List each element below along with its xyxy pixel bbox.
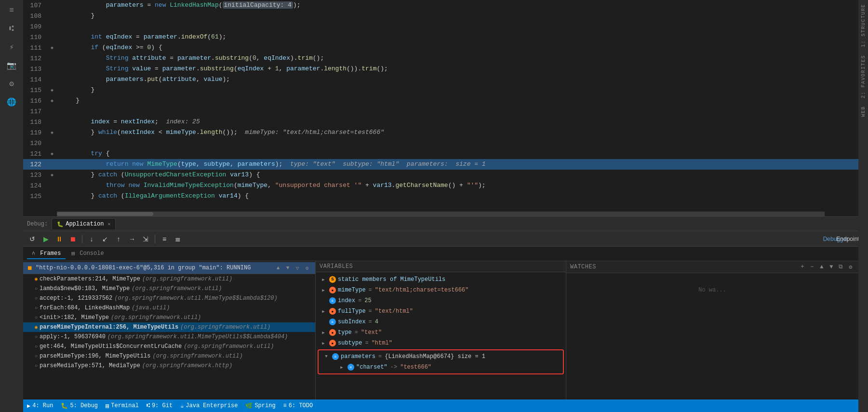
btn-step-over[interactable]: ↓ (86, 234, 97, 244)
var-name-subindex: subIndex (338, 319, 366, 325)
frame-item-0[interactable]: ◉ checkParameters:214, MimeType (org.spr… (23, 274, 315, 284)
line-num-107: 107 (23, 2, 47, 9)
debug-tab-close[interactable]: ✕ (107, 221, 110, 227)
btn-threads[interactable]: ≣ (173, 234, 183, 244)
frame-pkg-3: (java.util) (132, 305, 170, 311)
btn-pause[interactable]: ⏸ (54, 234, 65, 244)
line-num-122: 122 (23, 161, 47, 168)
var-fulltype[interactable]: ▶ ● fullType = "text/html" (316, 306, 566, 317)
var-mimetype[interactable]: ▶ ● mimeType = "text/html;charset=test66… (316, 285, 566, 295)
watch-up-btn[interactable]: ▲ (818, 263, 826, 271)
line-content-107: parameters = new LinkedHashMap(initialCa… (57, 0, 858, 11)
var-index[interactable]: ▶ ≡ index = 25 (316, 295, 566, 306)
frame-item-5[interactable]: ◉ parseMimeTypeInternal:256, MimeTypeUti… (23, 322, 315, 332)
var-expand-fulltype[interactable]: ▶ (320, 307, 327, 315)
variables-panel: Variables ▶ S static members of MimeType… (316, 261, 566, 399)
var-charset[interactable]: ▶ ≡ "charset" -> "test666" (319, 362, 563, 372)
status-git[interactable]: ⑆ 9: Git (147, 402, 173, 409)
var-icon-type: ● (329, 329, 336, 336)
line-num-125: 125 (23, 193, 47, 200)
btn-run-cursor[interactable]: → (127, 234, 137, 244)
frame-icon-4: ○ (35, 315, 38, 320)
thread-ctrl-down[interactable]: ▼ (283, 264, 292, 272)
frame-item-1[interactable]: ○ lambda$new$0:183, MimeType (org.spring… (23, 284, 315, 293)
var-parameters[interactable]: ▼ ≡ parameters = {LinkedHashMap@6674} si… (319, 351, 563, 362)
code-line-108: 108 } (23, 11, 858, 21)
line-num-121: 121 (23, 150, 47, 158)
frame-item-2[interactable]: ○ accept:-1, 1219337562 (org.springframe… (23, 293, 315, 303)
watch-remove-btn[interactable]: − (808, 263, 816, 271)
frame-pkg-2: (org.springframework.util.MimeType$$Lamb… (114, 295, 277, 302)
var-expand-mimetype[interactable]: ▶ (320, 286, 327, 294)
var-expand-type[interactable]: ▶ (320, 329, 327, 336)
git-icon: ⑆ (147, 402, 150, 409)
frame-item-7[interactable]: ○ get:464, MimeTypeUtils$ConcurrentLruCa… (23, 342, 315, 351)
tab-console[interactable]: ▤ Console (67, 249, 108, 259)
line-num-109: 109 (23, 23, 47, 30)
line-content-110: int eqIndex = parameter.indexOf(61); (57, 32, 858, 42)
thread-ctrl-filter[interactable]: ▽ (293, 264, 302, 272)
console-icon: ▤ (71, 251, 75, 256)
watch-settings-btn[interactable]: ⚙ (847, 263, 855, 271)
status-spring[interactable]: 🌿 Spring (245, 402, 275, 410)
frame-item-4[interactable]: ○ <init>:182, MimeType (org.springframew… (23, 313, 315, 322)
sidebar-icon-bookmark[interactable]: ⑆ (3, 20, 20, 38)
status-java[interactable]: ☕ Java Enterprise (180, 402, 238, 410)
btn-eval[interactable]: ⇲ (140, 234, 151, 244)
btn-endpoints-tab[interactable]: Endpoints (844, 234, 855, 244)
tab-frames[interactable]: ⑃ Frames (27, 249, 66, 259)
frame-item-9[interactable]: ○ parseMediaType:571, MediaType (org.spr… (23, 361, 315, 371)
code-line-115: 115 ◈ } (23, 85, 858, 95)
btn-frames[interactable]: ≡ (159, 234, 170, 244)
debug-tab-application[interactable]: 🐛 Application ✕ (52, 218, 116, 229)
watch-down-btn[interactable]: ▼ (828, 263, 835, 271)
frame-item-6[interactable]: ○ apply:-1, 596376940 (org.springframewo… (23, 332, 315, 342)
var-icon-mimetype: ● (329, 287, 336, 293)
var-expand-charset[interactable]: ▶ (338, 363, 346, 371)
watch-copy-btn[interactable]: ⧉ (837, 263, 845, 271)
frame-main-8: parseMimeType:196, MimeTypeUtils (40, 353, 150, 359)
status-bar: ▶ 4: Run 🐛 5: Debug ▤ Terminal ⑆ 9: Git … (23, 399, 858, 412)
frame-pkg-0: (org.springframework.util) (142, 276, 232, 282)
sidebar-icon-web[interactable]: 🌐 (3, 93, 20, 111)
var-expand-subtype[interactable]: ▶ (320, 339, 327, 347)
sidebar-icon-structure[interactable]: ≡ (3, 2, 20, 19)
status-todo[interactable]: ≡ 6: TODO (283, 402, 313, 409)
line-content-116: } (57, 95, 858, 106)
var-expand-parameters[interactable]: ▼ (322, 353, 330, 360)
status-run[interactable]: ▶ 4: Run (27, 402, 53, 410)
watch-add-btn[interactable]: + (799, 263, 806, 271)
btn-step-out[interactable]: ↑ (113, 234, 124, 244)
var-type[interactable]: ▶ ● type = "text" (316, 327, 566, 338)
sidebar-icon-debug[interactable]: ⚡ (3, 39, 20, 56)
code-line-110: 110 int eqIndex = parameter.indexOf(61); (23, 32, 858, 42)
sidebar-icon-settings[interactable]: ⚙ (3, 75, 20, 93)
btn-resume[interactable]: ▶ (40, 234, 51, 244)
favorites-label[interactable]: 2: Favorites (860, 51, 867, 102)
status-debug[interactable]: 🐛 5: Debug (61, 402, 98, 410)
debug-tab-bar: Debug: 🐛 Application ✕ (23, 217, 858, 231)
btn-stop[interactable]: ⏹ (67, 234, 78, 244)
line-num-110: 110 (23, 34, 47, 41)
code-scrollbar[interactable] (57, 212, 825, 216)
status-terminal[interactable]: ▤ Terminal (106, 402, 139, 410)
var-subtype[interactable]: ▶ ● subtype = "html" (316, 338, 566, 348)
frame-icon-9: ○ (35, 363, 38, 369)
btn-step-into[interactable]: ↙ (100, 234, 110, 244)
java-icon: ☕ (180, 402, 184, 410)
web-label[interactable]: Web (860, 102, 867, 121)
code-scrollbar-thumb[interactable] (57, 212, 153, 216)
frame-item-8[interactable]: ○ parseMimeType:196, MimeTypeUtils (org.… (23, 351, 315, 361)
var-expand-static[interactable]: ▶ (320, 276, 327, 283)
structure-label[interactable]: 1: Structure (860, 0, 867, 51)
frame-item-3[interactable]: ○ forEach:684, LinkedHashMap (java.util) (23, 303, 315, 313)
var-static-members[interactable]: ▶ S static members of MimeTypeUtils (316, 274, 566, 285)
debug-label: Debug: (27, 221, 48, 227)
sidebar-icon-camera[interactable]: 📷 (3, 57, 20, 74)
thread-ctrl-up[interactable]: ▲ (274, 264, 282, 272)
btn-restart[interactable]: ↺ (27, 234, 38, 244)
var-eq-type: = (355, 329, 358, 336)
thread-ctrl-settings[interactable]: ⚙ (303, 264, 311, 272)
var-subindex[interactable]: ▶ ≡ subIndex = 4 (316, 317, 566, 327)
code-line-123: 123 ◈ } catch (UnsupportedCharsetExcepti… (23, 170, 858, 180)
